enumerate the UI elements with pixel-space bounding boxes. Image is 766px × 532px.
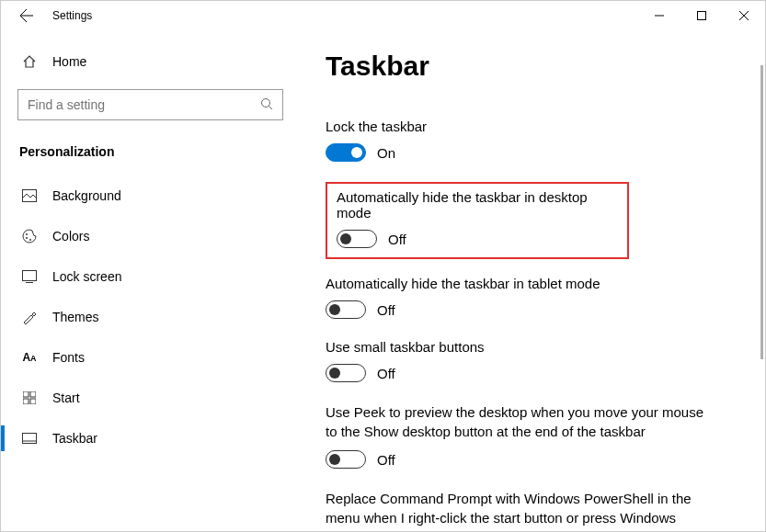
setting-label: Automatically hide the taskbar in deskto…	[337, 189, 618, 221]
svg-point-2	[262, 98, 270, 107]
search-icon	[260, 97, 273, 113]
svg-point-5	[26, 233, 28, 235]
svg-point-6	[26, 237, 28, 239]
toggle-hide-tablet[interactable]	[326, 300, 366, 319]
svg-point-7	[29, 239, 31, 241]
close-icon	[739, 11, 749, 20]
toggle-peek[interactable]	[326, 450, 366, 469]
toggle-lock-taskbar[interactable]	[326, 143, 366, 162]
sidebar-item-label: Fonts	[52, 350, 85, 365]
setting-powershell: Replace Command Prompt with Windows Powe…	[326, 489, 739, 531]
svg-rect-10	[23, 391, 29, 397]
sidebar-item-label: Themes	[52, 310, 99, 324]
setting-label: Replace Command Prompt with Windows Powe…	[326, 489, 710, 531]
svg-rect-1	[698, 12, 706, 20]
background-icon	[21, 189, 38, 202]
setting-hide-tablet: Automatically hide the taskbar in tablet…	[326, 276, 739, 319]
home-icon	[21, 54, 38, 69]
back-button[interactable]	[8, 1, 45, 30]
sidebar: Home Personalization Background Colors L…	[1, 30, 300, 531]
sidebar-item-themes[interactable]: Themes	[17, 297, 283, 337]
setting-peek: Use Peek to preview the desktop when you…	[326, 402, 739, 469]
arrow-left-icon	[19, 8, 34, 23]
highlight-hide-desktop: Automatically hide the taskbar in deskto…	[326, 182, 629, 259]
toggle-state: Off	[388, 232, 406, 247]
toggle-small-buttons[interactable]	[326, 364, 366, 382]
svg-rect-12	[23, 399, 29, 404]
setting-label: Automatically hide the taskbar in tablet…	[326, 276, 739, 291]
search-input[interactable]	[28, 97, 260, 112]
search-box[interactable]	[17, 89, 283, 120]
home-nav[interactable]: Home	[17, 47, 283, 76]
colors-icon	[21, 229, 38, 243]
maximize-icon	[697, 11, 706, 20]
sidebar-item-colors[interactable]: Colors	[17, 216, 283, 256]
sidebar-item-start[interactable]: Start	[17, 378, 283, 418]
close-button[interactable]	[723, 1, 765, 30]
main-panel: Taskbar Lock the taskbar On Automaticall…	[300, 30, 765, 531]
themes-icon	[21, 310, 38, 324]
window-controls	[638, 1, 765, 30]
sidebar-item-background[interactable]: Background	[17, 175, 283, 216]
svg-rect-8	[23, 271, 37, 281]
minimize-button[interactable]	[638, 1, 680, 30]
toggle-state: Off	[377, 452, 395, 468]
toggle-state: Off	[377, 366, 395, 381]
toggle-state: On	[377, 145, 395, 161]
page-title: Taskbar	[326, 51, 739, 82]
setting-label: Lock the taskbar	[326, 119, 739, 134]
setting-lock-taskbar: Lock the taskbar On	[326, 119, 739, 162]
sidebar-item-label: Lock screen	[52, 269, 121, 284]
svg-line-3	[269, 106, 273, 109]
sidebar-item-fonts[interactable]: AA Fonts	[17, 337, 283, 378]
svg-rect-14	[23, 434, 37, 444]
setting-label: Use Peek to preview the desktop when you…	[326, 402, 710, 441]
taskbar-icon	[21, 433, 38, 444]
setting-label: Use small taskbar buttons	[326, 339, 739, 355]
sidebar-item-label: Colors	[52, 229, 89, 243]
sidebar-item-label: Start	[52, 391, 80, 405]
maximize-button[interactable]	[680, 1, 723, 30]
home-label: Home	[52, 54, 86, 69]
svg-rect-9	[26, 282, 33, 283]
scrollbar[interactable]	[760, 65, 763, 359]
lock-screen-icon	[21, 270, 38, 283]
toggle-hide-desktop[interactable]	[337, 230, 377, 248]
svg-rect-13	[30, 399, 36, 404]
sidebar-item-label: Taskbar	[52, 431, 97, 446]
minimize-icon	[655, 11, 664, 20]
sidebar-item-label: Background	[52, 188, 121, 203]
fonts-icon: AA	[21, 351, 38, 364]
start-icon	[21, 391, 38, 404]
titlebar: Settings	[1, 1, 765, 30]
sidebar-item-taskbar[interactable]: Taskbar	[17, 418, 283, 458]
section-title: Personalization	[17, 144, 283, 159]
sidebar-item-lockscreen[interactable]: Lock screen	[17, 256, 283, 297]
window-title: Settings	[45, 9, 92, 22]
svg-rect-11	[30, 391, 36, 397]
setting-small-buttons: Use small taskbar buttons Off	[326, 339, 739, 382]
toggle-state: Off	[377, 302, 395, 318]
